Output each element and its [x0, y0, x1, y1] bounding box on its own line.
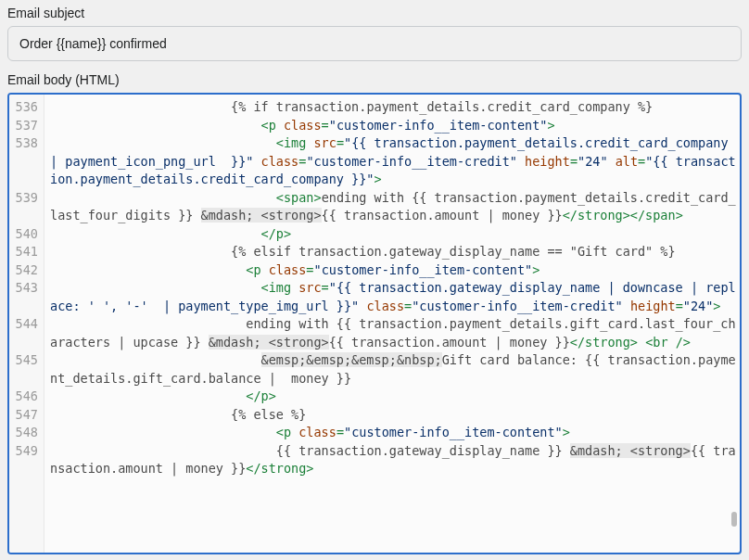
email-body-label: Email body (HTML): [7, 72, 742, 87]
editor-gutter: 5365375385395405415425435445455465475485…: [9, 95, 44, 553]
editor-code[interactable]: {% if transaction.payment_details.credit…: [44, 95, 740, 553]
editor-scrollbar[interactable]: [731, 512, 737, 527]
email-body-editor[interactable]: 5365375385395405415425435445455465475485…: [7, 93, 742, 554]
email-subject-label: Email subject: [7, 6, 742, 20]
email-subject-input[interactable]: [7, 26, 742, 61]
